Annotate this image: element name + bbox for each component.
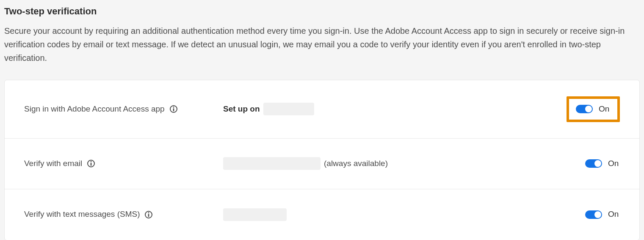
toggle-verify-email[interactable] xyxy=(585,159,602,168)
label-text: Verify with email xyxy=(24,158,82,170)
svg-rect-5 xyxy=(148,214,149,217)
verification-methods-card: Sign in with Adobe Account Access app Se… xyxy=(4,80,640,240)
svg-point-2 xyxy=(91,161,92,162)
two-step-verification-section: Two-step verification Secure your accoun… xyxy=(4,4,640,240)
value-suffix: (always available) xyxy=(324,158,388,170)
redacted-phone xyxy=(223,208,287,221)
toggle-state-label: On xyxy=(608,158,620,170)
toggle-verify-sms[interactable] xyxy=(585,210,602,219)
row-verify-email: Verify with email (always available) On xyxy=(5,139,639,189)
toggle-state-label: On xyxy=(599,103,611,115)
row-verify-sms: Verify with text messages (SMS) On xyxy=(5,189,639,240)
label-text: Verify with text messages (SMS) xyxy=(24,208,140,221)
value-prefix: Set up on xyxy=(223,103,260,115)
row-label: Verify with email xyxy=(24,158,223,170)
row-value xyxy=(223,208,585,221)
toggle-state-label: On xyxy=(608,208,620,221)
toggle-container-highlighted: On xyxy=(567,96,620,122)
redacted-device-name xyxy=(263,103,314,115)
row-value: (always available) xyxy=(223,157,585,170)
row-account-access-app: Sign in with Adobe Account Access app Se… xyxy=(5,80,639,139)
row-label: Sign in with Adobe Account Access app xyxy=(24,103,223,115)
toggle-container: On xyxy=(585,208,620,221)
svg-rect-1 xyxy=(173,108,174,111)
redacted-email xyxy=(223,157,321,170)
row-value: Set up on xyxy=(223,103,567,115)
svg-rect-3 xyxy=(91,163,92,166)
svg-point-4 xyxy=(148,212,149,213)
info-icon[interactable] xyxy=(87,160,95,167)
svg-point-0 xyxy=(173,106,174,108)
toggle-container: On xyxy=(585,158,620,170)
info-icon[interactable] xyxy=(170,105,177,113)
section-title: Two-step verification xyxy=(4,4,640,18)
info-icon[interactable] xyxy=(145,211,152,218)
section-description: Secure your account by requiring an addi… xyxy=(4,24,639,65)
label-text: Sign in with Adobe Account Access app xyxy=(24,103,165,115)
toggle-account-access-app[interactable] xyxy=(576,105,593,113)
row-label: Verify with text messages (SMS) xyxy=(24,208,223,221)
